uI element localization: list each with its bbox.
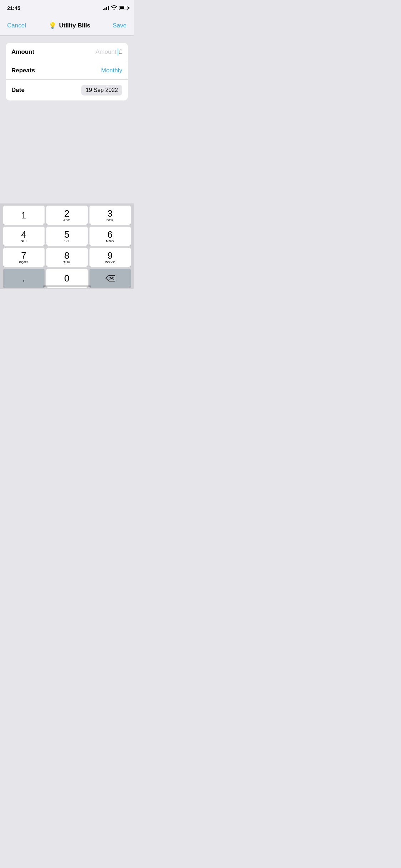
title-emoji: 💡 xyxy=(48,22,56,30)
currency-symbol: £ xyxy=(119,48,122,56)
key-3[interactable]: 3 DEF xyxy=(89,206,131,225)
key-1[interactable]: 1 xyxy=(3,206,45,225)
repeats-label: Repeats xyxy=(11,67,35,74)
home-indicator xyxy=(43,285,91,287)
key-4[interactable]: 4 GHI xyxy=(3,227,45,246)
key-dot[interactable]: . xyxy=(3,269,45,288)
wifi-icon xyxy=(111,5,117,11)
key-6[interactable]: 6 MNO xyxy=(89,227,131,246)
keyboard-row-2: 4 GHI 5 JKL 6 MNO xyxy=(1,227,133,246)
date-row[interactable]: Date 19 Sep 2022 xyxy=(6,80,128,100)
status-bar: 21:45 xyxy=(0,0,134,16)
amount-placeholder: Amount xyxy=(96,48,117,56)
text-cursor xyxy=(118,48,118,56)
key-9[interactable]: 9 WXYZ xyxy=(89,248,131,267)
amount-row[interactable]: Amount Amount £ xyxy=(6,43,128,61)
signal-icon xyxy=(103,6,109,10)
key-2[interactable]: 2 ABC xyxy=(46,206,88,225)
nav-title: 💡 Utility Bills xyxy=(48,22,91,30)
delete-icon xyxy=(105,275,115,282)
keyboard: 1 2 ABC 3 DEF 4 GHI 5 JKL 6 MNO 7 PQRS xyxy=(0,203,134,289)
status-icons xyxy=(103,5,128,11)
navigation-bar: Cancel 💡 Utility Bills Save xyxy=(0,16,134,36)
amount-label: Amount xyxy=(11,48,34,56)
date-label: Date xyxy=(11,87,25,94)
battery-icon xyxy=(119,6,128,10)
keyboard-row-3: 7 PQRS 8 TUV 9 WXYZ xyxy=(1,248,133,267)
save-button[interactable]: Save xyxy=(113,22,127,29)
key-0[interactable]: 0 xyxy=(46,269,88,288)
status-time: 21:45 xyxy=(7,5,20,11)
cancel-button[interactable]: Cancel xyxy=(7,22,26,29)
date-value[interactable]: 19 Sep 2022 xyxy=(81,85,122,95)
amount-input[interactable]: Amount £ xyxy=(96,48,122,56)
repeats-value: Monthly xyxy=(101,67,122,74)
key-delete[interactable] xyxy=(89,269,131,288)
key-5[interactable]: 5 JKL xyxy=(46,227,88,246)
keyboard-row-1: 1 2 ABC 3 DEF xyxy=(1,206,133,225)
keyboard-row-4: . 0 xyxy=(1,269,133,288)
repeats-row[interactable]: Repeats Monthly xyxy=(6,61,128,80)
key-7[interactable]: 7 PQRS xyxy=(3,248,45,267)
form-container: Amount Amount £ Repeats Monthly Date 19 … xyxy=(6,43,128,100)
title-text: Utility Bills xyxy=(59,22,91,29)
key-8[interactable]: 8 TUV xyxy=(46,248,88,267)
